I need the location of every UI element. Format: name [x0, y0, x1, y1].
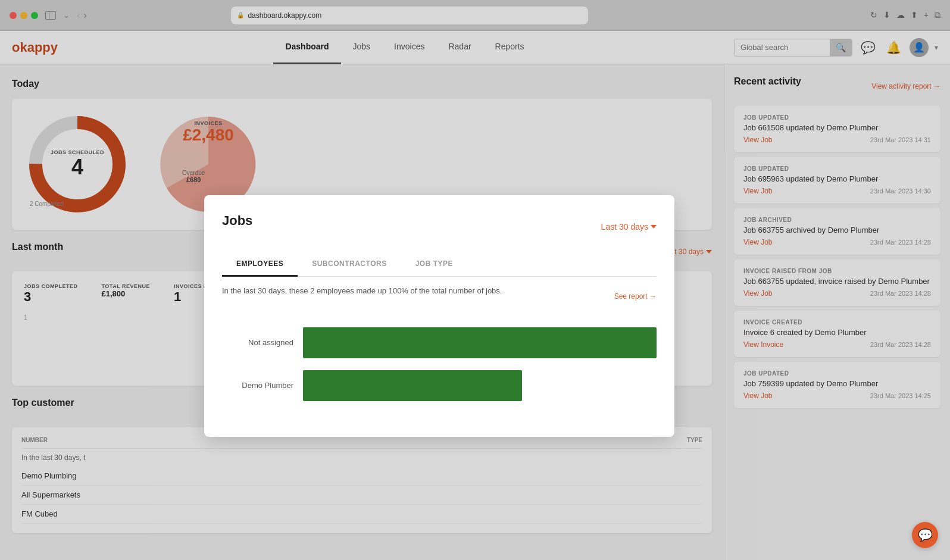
bar-row-0: Not assigned [222, 327, 657, 358]
tab-subcontractors[interactable]: SUBCONTRACTORS [298, 252, 401, 277]
chat-bubble-icon: 💬 [918, 528, 933, 542]
modal-overlay[interactable]: Jobs Last 30 days EMPLOYEES SUBCONTRACTO… [0, 0, 950, 560]
tab-employees[interactable]: EMPLOYEES [222, 252, 298, 277]
tab-bar: EMPLOYEES SUBCONTRACTORS JOB TYPE [222, 252, 657, 277]
modal-title: Jobs [222, 213, 252, 229]
modal-header: Jobs Last 30 days [222, 213, 657, 240]
bar-label-0: Not assigned [222, 338, 293, 347]
see-report-link[interactable]: See report → [614, 292, 657, 301]
bar-fill-1 [303, 370, 522, 401]
bar-track-0 [303, 327, 657, 358]
modal-description: In the last 30 days, these 2 employees m… [222, 286, 502, 295]
bar-chart: Not assigned Demo Plumber [222, 321, 657, 419]
bar-track-1 [303, 370, 657, 401]
modal-period[interactable]: Last 30 days [601, 222, 657, 231]
jobs-modal: Jobs Last 30 days EMPLOYEES SUBCONTRACTO… [204, 195, 674, 437]
chat-bubble[interactable]: 💬 [912, 522, 938, 548]
tab-job-type[interactable]: JOB TYPE [401, 252, 467, 277]
bar-row-1: Demo Plumber [222, 370, 657, 401]
modal-desc-row: In the last 30 days, these 2 employees m… [222, 286, 657, 307]
bar-fill-0 [303, 327, 657, 358]
bar-label-1: Demo Plumber [222, 381, 293, 390]
